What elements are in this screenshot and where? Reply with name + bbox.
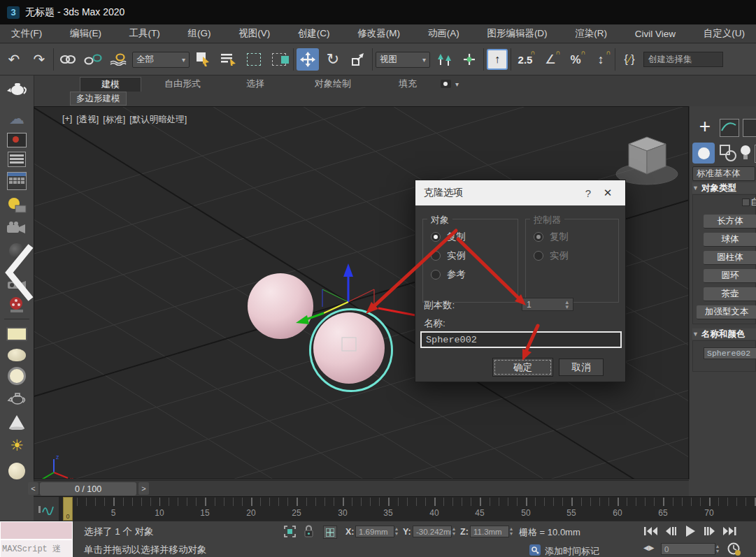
select-and-link-button[interactable] <box>57 48 79 71</box>
primitive-button-torus[interactable]: 圆环 <box>704 269 756 283</box>
menu-create[interactable]: 创建(C) <box>295 26 333 41</box>
primitive-button-teapot[interactable]: 茶壶 <box>704 287 756 301</box>
go-to-start-button[interactable] <box>642 524 659 538</box>
keyboard-shortcut-override-toggle[interactable]: ↑ <box>487 49 508 70</box>
redo-button[interactable]: ↷ <box>28 48 50 71</box>
next-frame-button[interactable]: > <box>138 482 149 495</box>
track-bar-ruler[interactable] <box>59 498 756 506</box>
category-geometry[interactable] <box>692 143 715 164</box>
window-crossing-button[interactable] <box>268 48 290 71</box>
menu-group[interactable]: 组(G) <box>185 26 214 41</box>
menu-edit[interactable]: 编辑(E) <box>67 26 104 41</box>
shell-primitive-button[interactable] <box>3 345 30 365</box>
select-by-name-button[interactable] <box>217 48 240 71</box>
current-frame-marker[interactable]: 0 <box>63 497 73 521</box>
track-bar[interactable]: 0 5 10 15 20 25 30 35 40 45 50 55 60 65 … <box>34 496 756 521</box>
camera-tool-button[interactable] <box>3 219 30 238</box>
select-and-scale-button[interactable] <box>347 48 369 71</box>
cancel-button[interactable]: 取消 <box>559 359 604 376</box>
previous-frame-key-button[interactable] <box>662 524 679 538</box>
menu-animation[interactable]: 动画(A) <box>425 26 462 41</box>
bind-to-space-warp-button[interactable] <box>107 48 129 71</box>
rectangular-selection-region-button[interactable] <box>243 48 265 71</box>
menu-civil-view[interactable]: Civil View <box>632 27 678 41</box>
select-and-manipulate-button[interactable] <box>458 48 480 71</box>
dialog-close-icon[interactable]: ✕ <box>599 187 617 199</box>
ribbon-tab-modeling[interactable]: 建模 <box>80 77 141 92</box>
viewport-general-menu[interactable]: [+] <box>62 114 72 126</box>
tab-hierarchy[interactable] <box>743 119 756 137</box>
spinner-arrows-icon[interactable]: ▴▾ <box>716 544 719 554</box>
primitive-button-sphere[interactable]: 球体 <box>704 233 756 247</box>
menu-modifiers[interactable]: 修改器(M) <box>355 26 403 41</box>
ribbon-tab-object-paint[interactable]: 对象绘制 <box>294 77 372 91</box>
name-color-rollout-header[interactable]: ▼ 名称和颜色 <box>692 328 756 340</box>
select-object-button[interactable] <box>192 48 215 71</box>
projector-button[interactable] <box>3 275 30 294</box>
key-mode-toggle[interactable]: ◀▶ <box>643 544 654 551</box>
ribbon-overflow-button[interactable]: ▾ <box>429 77 471 91</box>
spinner-arrows-icon[interactable]: ▴▾ <box>565 300 569 310</box>
mini-curve-editor-button[interactable] <box>34 497 59 521</box>
undo-button[interactable]: ↶ <box>3 48 25 71</box>
tab-modify[interactable] <box>720 119 739 137</box>
plane-primitive-button[interactable] <box>3 324 30 344</box>
ribbon-tab-populate[interactable]: 填充 <box>380 77 435 91</box>
menu-graph-editors[interactable]: 图形编辑器(D) <box>484 26 550 41</box>
use-pivot-point-center-button[interactable] <box>433 48 455 71</box>
menu-views[interactable]: 视图(V) <box>236 26 273 41</box>
selection-lock-toggle[interactable] <box>304 525 314 537</box>
macro-recorder-pane[interactable] <box>0 521 73 540</box>
category-shapes[interactable] <box>720 145 736 161</box>
dialog-help-button[interactable]: ? <box>578 187 599 199</box>
primitive-button-textplus[interactable]: 加强型文本 <box>697 305 756 319</box>
time-slider-handle[interactable]: 0 / 100 <box>40 482 136 495</box>
time-configuration-button[interactable] <box>727 542 741 556</box>
spinner-snap-toggle-button[interactable]: ↕ ∩ <box>590 48 612 71</box>
select-and-move-button[interactable] <box>297 48 319 71</box>
layer-panel-button[interactable] <box>3 150 30 169</box>
radio-copy[interactable]: 复制 <box>431 231 466 243</box>
angle-snap-toggle-button[interactable]: ∠ ∩ <box>539 48 562 71</box>
sphere-object-2-selected[interactable] <box>313 312 385 384</box>
tab-create[interactable]: + <box>694 116 715 137</box>
ok-button[interactable]: 确定 <box>492 358 553 377</box>
title-bar[interactable]: 3 无标题 - 3ds Max 2020 <box>0 0 756 24</box>
circle-primitive-button[interactable] <box>3 366 30 386</box>
ribbon-tab-freeform[interactable]: 自由形式 <box>145 77 220 91</box>
selection-filter-dropdown[interactable]: 全部 ▾ <box>132 52 190 68</box>
teapot-flyout-button[interactable] <box>3 79 30 99</box>
primitive-button-cylinder[interactable]: 圆柱体 <box>704 251 756 265</box>
primitive-button-box[interactable]: 长方体 <box>704 215 756 229</box>
ribbon-subtab-polygon-modeling[interactable]: 多边形建模 <box>70 92 127 106</box>
sun-light-button[interactable]: ☀ <box>3 436 30 456</box>
select-and-rotate-button[interactable]: ↻ <box>322 48 344 71</box>
menu-customize[interactable]: 自定义(U) <box>701 26 748 41</box>
menu-tools[interactable]: 工具(T) <box>127 26 163 41</box>
next-frame-key-button[interactable] <box>701 524 718 538</box>
reference-coordinate-dropdown[interactable]: 视图 ▾ <box>376 52 430 68</box>
spinner-arrows-icon[interactable]: ▴▾ <box>452 526 455 536</box>
unlink-selection-button[interactable] <box>82 48 104 71</box>
radio-reference[interactable]: 参考 <box>431 268 466 281</box>
menu-rendering[interactable]: 渲染(R) <box>572 26 610 41</box>
percent-snap-toggle-button[interactable]: % ∩ <box>564 48 587 71</box>
x-coordinate-field[interactable]: 1.69mm <box>355 526 394 537</box>
edit-named-selection-sets-button[interactable]: { ∕ } <box>618 48 641 71</box>
object-name-field[interactable]: Sphere002 <box>704 347 756 359</box>
maxscript-listener-pane[interactable]: MAXScript 迷 <box>0 540 73 557</box>
primitive-category-dropdown[interactable]: 标准基本体 <box>692 166 755 181</box>
autogrid-checkbox[interactable] <box>742 198 750 206</box>
spinner-arrows-icon[interactable]: ▴▾ <box>510 526 513 536</box>
scene-explorer-button[interactable] <box>3 241 30 261</box>
dialog-title-bar[interactable]: 克隆选项 ? ✕ <box>415 180 625 205</box>
viewport-standard-menu[interactable]: [标准] <box>103 114 125 126</box>
add-time-tag-label[interactable]: 添加时间标记 <box>545 545 599 557</box>
sphere-primitive-button[interactable] <box>3 461 30 481</box>
viewport-pov-menu[interactable]: [透视] <box>76 114 99 126</box>
z-coordinate-field[interactable]: 11.3mm <box>470 526 509 537</box>
y-coordinate-field[interactable]: -30.242mm <box>413 526 452 537</box>
previous-frame-button[interactable]: < <box>28 482 38 495</box>
clone-name-input[interactable]: Sphere002 <box>420 331 622 348</box>
film-reel-button[interactable] <box>3 295 30 314</box>
